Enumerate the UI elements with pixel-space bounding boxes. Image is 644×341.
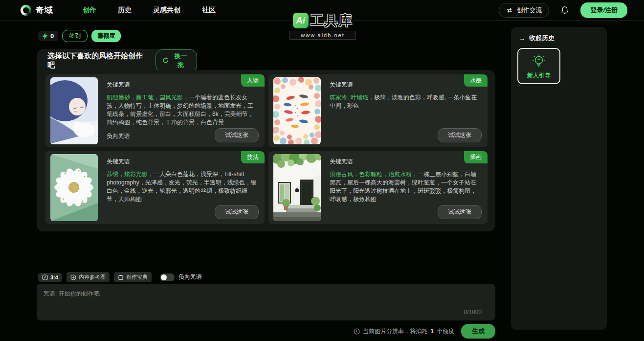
refresh-batch-button[interactable]: 换一批 [155,49,197,72]
credit-counter: 0 [38,31,58,41]
style-thumbnail-sleeping-girl [50,77,98,144]
try-this-button[interactable]: 试试这张 [215,205,259,219]
cost-text-suffix: 个额度 [437,327,454,336]
generate-button[interactable]: 生成 [461,324,495,339]
card-content: 关键咒语 苏绣，炫彩光影，一大朵白色莲花，浅景深，Tilt-shift phot… [107,158,257,204]
creation-handbook-button[interactable]: 创作宝典 [114,272,152,282]
collapse-history-button[interactable]: → 收起历史 [519,34,607,43]
try-this-button[interactable]: 试试这张 [438,128,482,142]
aspect-ratio-value: 3:4 [50,274,58,280]
try-this-button[interactable]: 试试这张 [215,128,259,142]
prompt-box: 0/1000 [37,284,495,320]
nav-item-history[interactable]: 历史 [118,6,132,15]
arrow-right-icon: → [519,35,525,42]
card-content: 关键咒语 陈家泠, 叶瑞琨，极简，淡雅的色彩，呼吸感, 一条小鱼在中间，彩色 [330,81,480,110]
history-panel: → 收起历史 新人引导 [511,27,607,330]
nav-item-community[interactable]: 社区 [202,6,216,15]
toggle-track[interactable] [160,273,175,281]
book-icon [118,274,124,280]
style-card[interactable]: 人物 关键咒语 肌理磨砂，新工笔，国风光影，一个睡着的蓝色长发女孩，人物特写，主… [45,74,265,147]
negative-prompt-toggle-label: 负向咒语 [178,273,202,281]
style-card[interactable]: 插画 关键咒语 浪漫古风，色彩颗粒，治愈水粉，一栋三层小别墅，白墙黑瓦，屋后一棵… [268,151,488,224]
style-panel-tab: 选择以下喜欢的风格开始创作吧 换一批 [37,49,197,72]
nav-right: 创作交流 登录/注册 [499,2,627,18]
cost-notice: 当前图片分辨率，将消耗 1 个额度 [354,327,454,336]
keyword-label: 关键咒语 [107,158,257,166]
style-thumbnail-white-house [273,154,321,221]
keyword-styles: 浪漫古风，色彩颗粒，治愈水粉， [330,171,418,178]
earn-credits-button[interactable]: 赚额度 [91,30,121,42]
plus-circle-icon [70,274,76,280]
newbie-guide-label: 新人引导 [527,71,551,80]
keyword-label: 关键咒语 [107,81,257,89]
prompt-input[interactable] [44,290,474,313]
card-content: 关键咒语 浪漫古风，色彩颗粒，治愈水粉，一栋三层小别墅，白墙黑瓦，屋后一棵高大的… [330,158,480,204]
top-navbar: 奇域 创作 历史 灵感共创 社区 创作交流 登录/注册 [0,0,644,21]
exchange-icon [506,7,513,14]
cost-text-prefix: 当前图片分辨率，将消耗 [363,327,427,336]
lightning-icon [43,33,48,40]
login-register-button[interactable]: 登录/注册 [580,2,627,18]
style-card[interactable]: 技法 关键咒语 苏绣，炫彩光影，一大朵白色莲花，浅景深，Tilt-shift p… [45,151,265,224]
reference-image-button[interactable]: 内容参考图 [67,272,110,282]
info-icon [354,328,360,335]
brand-logo-icon [21,5,31,16]
try-this-button[interactable]: 试试这张 [438,205,482,219]
aspect-ratio-selector[interactable]: 3:4 [38,273,62,282]
style-card[interactable]: 水墨 关键咒语 陈家泠, 叶瑞琨，极简，淡雅的色彩，呼吸感, 一条小鱼在中间，彩… [268,74,488,147]
composer-toolbar: 3:4 内容参考图 创作宝典 负向咒语 [38,272,202,282]
refresh-icon [162,57,169,64]
brand[interactable]: 奇域 [21,4,53,16]
char-counter: 0/1000 [464,309,482,316]
collapse-history-label: 收起历史 [529,34,555,43]
keyword-styles: 陈家泠, 叶瑞琨， [330,94,374,101]
keyword-label: 关键咒语 [330,81,480,89]
keyword-styles: 肌理磨砂，新工笔，国风光影， [107,94,189,101]
newbie-guide-card[interactable]: 新人引导 [517,48,560,84]
brand-name: 奇域 [36,4,53,16]
keyword-label: 关键咒语 [330,158,480,166]
negative-prompt-toggle[interactable]: 负向咒语 [160,273,202,281]
keyword-styles: 苏绣，炫彩光影， [107,171,154,178]
nav-item-create[interactable]: 创作 [83,6,96,15]
cost-amount: 1 [430,328,434,335]
notification-bell-icon[interactable] [560,5,570,15]
credit-count: 0 [50,32,54,40]
lightbulb-icon [531,53,547,69]
toggle-knob [161,274,167,280]
nav-item-inspiration[interactable]: 灵感共创 [153,6,180,15]
checkin-button[interactable]: 签到 [62,30,88,42]
credit-row: 0 签到 赚额度 [38,30,121,42]
app-screen: 奇域 创作 历史 灵感共创 社区 创作交流 登录/注册 Ai 工具库 [0,0,644,341]
chat-exchange-button[interactable]: 创作交流 [499,3,549,18]
watermark-url: www.aidh.net [289,31,356,40]
aspect-ratio-icon [42,274,48,280]
style-thumbnail-white-lotus [50,154,98,221]
generate-row: 当前图片分辨率，将消耗 1 个额度 生成 [37,324,495,339]
nav-menu: 创作 历史 灵感共创 社区 [83,6,216,15]
style-panel-title: 选择以下喜欢的风格开始创作吧 [47,51,149,70]
style-thumbnail-watercolor-fish [273,77,321,144]
